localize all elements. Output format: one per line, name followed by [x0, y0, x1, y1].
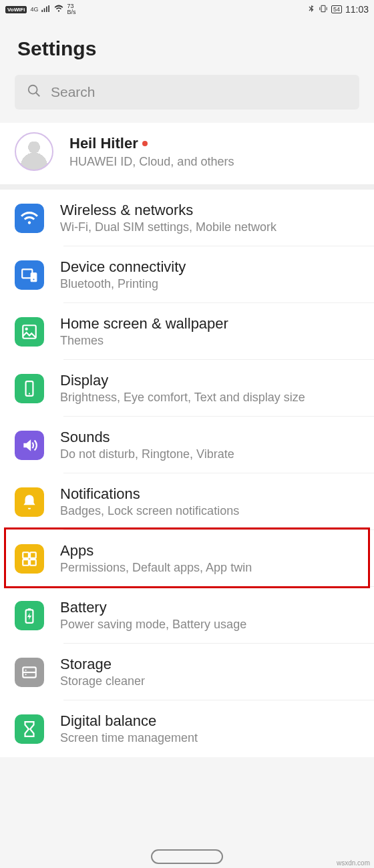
row-subtitle: Wi-Fi, Dual SIM settings, Mobile network	[60, 220, 359, 234]
settings-row-grid[interactable]: AppsPermissions, Default apps, App twin	[0, 530, 374, 587]
svg-rect-4	[31, 272, 37, 281]
settings-row-sound[interactable]: SoundsDo not disturb, Ringtone, Vibrate	[0, 417, 374, 473]
row-title: Battery	[60, 599, 359, 616]
svg-point-1	[29, 85, 37, 94]
speed-indicator: 73 B/s	[67, 3, 75, 15]
bell-icon	[15, 487, 44, 517]
nav-pill[interactable]	[151, 849, 223, 864]
settings-row-battery[interactable]: BatteryPower saving mode, Battery usage	[0, 587, 374, 644]
network-indicator: 4G	[30, 6, 38, 13]
search-field[interactable]: Search	[15, 75, 359, 110]
row-title: Display	[60, 372, 359, 389]
row-subtitle: Power saving mode, Battery usage	[60, 618, 359, 632]
settings-row-phone[interactable]: DisplayBrightness, Eye comfort, Text and…	[0, 360, 374, 417]
settings-row-storage[interactable]: StorageStorage cleaner	[0, 644, 374, 700]
grid-icon	[15, 544, 44, 574]
row-title: Notifications	[60, 485, 359, 503]
row-subtitle: Do not disturb, Ringtone, Vibrate	[60, 447, 359, 461]
row-subtitle: Themes	[60, 334, 359, 348]
wifi-icon	[15, 204, 44, 233]
settings-row-devices[interactable]: Device connectivityBluetooth, Printing	[0, 246, 374, 303]
vowifi-badge: VoWiFi	[5, 6, 27, 13]
row-title: Digital balance	[60, 712, 359, 730]
svg-rect-12	[23, 560, 29, 566]
image-icon	[15, 317, 44, 347]
svg-point-7	[25, 327, 28, 330]
settings-row-wifi[interactable]: Wireless & networksWi-Fi, Dual SIM setti…	[0, 190, 374, 246]
svg-point-5	[33, 278, 34, 280]
row-subtitle: Bluetooth, Printing	[60, 277, 359, 291]
search-icon	[27, 83, 41, 101]
row-title: Sounds	[60, 429, 359, 446]
row-subtitle: Screen time management	[60, 731, 359, 745]
page-title: Settings	[17, 37, 357, 60]
status-bar: VoWiFi 4G 73 B/s 54 11:03	[0, 0, 374, 19]
bluetooth-icon	[307, 5, 315, 14]
svg-rect-11	[30, 552, 36, 558]
row-title: Storage	[60, 656, 359, 673]
account-row[interactable]: Heil Hitler HUAWEI ID, Cloud, and others	[0, 118, 374, 190]
phone-icon	[15, 374, 44, 403]
row-title: Device connectivity	[60, 258, 359, 276]
battery-indicator: 54	[331, 5, 342, 13]
account-subtitle: HUAWEI ID, Cloud, and others	[69, 155, 359, 169]
settings-row-bell[interactable]: NotificationsBadges, Lock screen notific…	[0, 473, 374, 530]
settings-list: Wireless & networksWi-Fi, Dual SIM setti…	[0, 190, 374, 757]
svg-rect-13	[30, 560, 36, 566]
settings-row-image[interactable]: Home screen & wallpaperThemes	[0, 303, 374, 360]
battery-icon	[15, 601, 44, 630]
clock: 11:03	[345, 4, 369, 15]
row-title: Home screen & wallpaper	[60, 315, 359, 333]
row-subtitle: Storage cleaner	[60, 674, 359, 688]
settings-row-hourglass[interactable]: Digital balanceScreen time management	[0, 700, 374, 757]
watermark: wsxdn.com	[337, 859, 370, 867]
account-name: Heil Hitler	[69, 135, 138, 152]
search-placeholder: Search	[51, 84, 96, 100]
row-subtitle: Brightness, Eye comfort, Text and displa…	[60, 391, 359, 405]
svg-point-19	[25, 674, 27, 675]
svg-point-9	[29, 393, 30, 394]
svg-rect-0	[321, 5, 325, 11]
svg-rect-15	[28, 608, 31, 610]
wifi-icon	[54, 4, 63, 15]
vibrate-icon	[319, 4, 328, 15]
row-subtitle: Permissions, Default apps, App twin	[60, 561, 359, 575]
page-header: Settings	[0, 19, 374, 75]
notification-dot-icon	[142, 141, 148, 146]
storage-icon	[15, 658, 44, 687]
hourglass-icon	[15, 714, 44, 744]
svg-rect-10	[23, 552, 29, 558]
row-subtitle: Badges, Lock screen notifications	[60, 504, 359, 518]
row-title: Apps	[60, 542, 359, 560]
avatar	[15, 132, 53, 171]
devices-icon	[15, 260, 44, 290]
signal-icon	[41, 5, 51, 13]
svg-point-18	[25, 669, 27, 670]
sound-icon	[15, 431, 44, 460]
svg-line-2	[36, 93, 40, 97]
row-title: Wireless & networks	[60, 202, 359, 219]
